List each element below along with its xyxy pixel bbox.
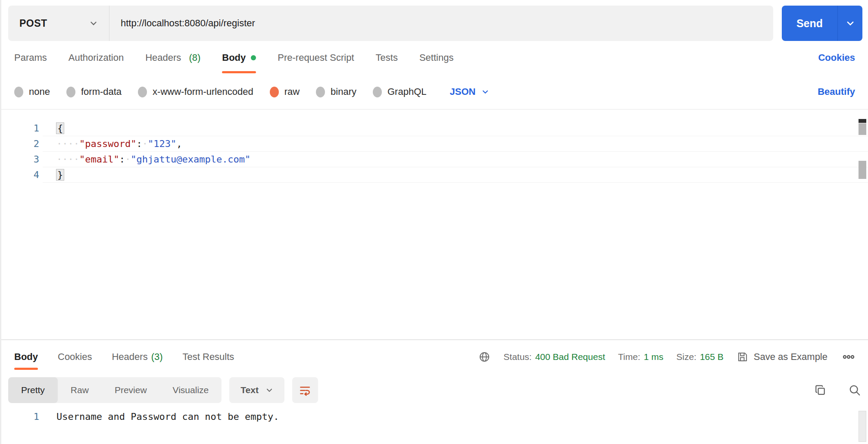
radio-icon — [316, 87, 325, 97]
chevron-down-icon — [89, 19, 98, 28]
status-badge: Status: 400 Bad Request — [503, 352, 605, 362]
tab-label: Headers — [145, 52, 181, 63]
response-pane: Body Cookies Headers(3) Test Results Sta… — [1, 340, 868, 444]
status-value: 400 Bad Request — [535, 352, 605, 362]
code-token: : — [119, 154, 125, 165]
cookies-link[interactable]: Cookies — [818, 52, 855, 63]
copy-icon — [814, 384, 827, 397]
tab-settings[interactable]: Settings — [419, 41, 454, 75]
code-token: "password" — [79, 138, 136, 149]
mode-none[interactable]: none — [14, 86, 50, 97]
view-preview[interactable]: Preview — [102, 377, 160, 403]
radio-icon — [138, 87, 147, 97]
mode-form-data[interactable]: form-data — [66, 86, 122, 97]
mode-label: raw — [284, 86, 300, 97]
save-as-example-label: Save as Example — [754, 351, 827, 363]
time-value: 1 ms — [644, 352, 664, 362]
mode-x-www-form-urlencoded[interactable]: x-www-form-urlencoded — [138, 86, 253, 97]
code-line: 2····"password":·"123", — [1, 136, 868, 152]
status-label: Status: — [503, 352, 531, 362]
tab-authorization[interactable]: Authorization — [69, 41, 124, 75]
wrap-lines-button[interactable] — [292, 377, 318, 403]
code-token: · — [142, 138, 148, 149]
scrollbar-thumb[interactable] — [859, 161, 866, 179]
mode-label: none — [29, 86, 50, 97]
method-select[interactable]: POST — [8, 6, 109, 41]
code-token: · — [125, 154, 131, 165]
send-button[interactable]: Send — [782, 6, 837, 41]
search-icon — [848, 384, 861, 397]
send-label: Send — [796, 17, 823, 30]
mode-raw[interactable]: raw — [270, 86, 300, 97]
code-line: 3····"email":·"ghjattu@example.com" — [1, 152, 868, 167]
url-bar: POST — [8, 6, 773, 41]
search-button[interactable] — [848, 384, 861, 397]
view-visualize[interactable]: Visualize — [160, 377, 222, 403]
language-select[interactable]: JSON — [450, 86, 490, 97]
save-as-example-button[interactable]: Save as Example — [737, 351, 827, 363]
save-icon — [737, 351, 749, 363]
tab-label: Headers — [112, 351, 147, 363]
line-content: } — [43, 167, 868, 183]
headers-count: (3) — [151, 351, 163, 363]
response-scrollbar-thumb[interactable] — [859, 411, 866, 442]
view-pretty[interactable]: Pretty — [8, 377, 58, 403]
url-row: POST Send — [8, 6, 862, 41]
line-number: 2 — [1, 136, 43, 152]
view-mode-segmented-control: Pretty Raw Preview Visualize — [8, 377, 222, 403]
tab-label: Params — [14, 52, 47, 63]
code-token: "ghjattu@example.com" — [131, 154, 250, 165]
network-globe-icon[interactable] — [478, 351, 490, 363]
line-number: 1 — [1, 121, 43, 136]
line-number: 4 — [1, 167, 43, 183]
tab-body[interactable]: Body — [222, 41, 256, 75]
mode-binary[interactable]: binary — [316, 86, 356, 97]
tab-label: Tests — [376, 52, 398, 63]
beautify-link[interactable]: Beautify — [818, 86, 855, 97]
format-select[interactable]: Text — [229, 377, 284, 403]
code-line: 1{ — [1, 121, 868, 136]
url-input[interactable] — [109, 6, 773, 41]
method-label: POST — [19, 18, 47, 29]
headers-count: (8) — [189, 52, 200, 63]
line-number: 3 — [1, 152, 43, 167]
response-body-lines: 1Username and Password can not be empty. — [1, 409, 868, 425]
copy-button[interactable] — [814, 384, 827, 397]
mode-label: x-www-form-urlencoded — [153, 86, 253, 97]
tab-headers[interactable]: Headers(8) — [145, 41, 200, 75]
code-token: : — [136, 138, 142, 149]
scrollbar-thumb[interactable] — [859, 123, 866, 135]
tab-label: Cookies — [58, 351, 92, 363]
time-label: Time: — [618, 352, 640, 362]
tab-params[interactable]: Params — [14, 41, 47, 75]
response-body[interactable]: 1Username and Password can not be empty. — [1, 409, 868, 444]
request-tabs: Params Authorization Headers(8) Body Pre… — [1, 41, 868, 75]
code-token: "123" — [148, 138, 176, 149]
more-options-button[interactable] — [840, 349, 857, 365]
tab-tests[interactable]: Tests — [376, 41, 398, 75]
request-body-editor[interactable]: 1{2····"password":·"123",3····"email":·"… — [1, 109, 868, 340]
send-options-button[interactable] — [838, 6, 862, 41]
mode-graphql[interactable]: GraphQL — [373, 86, 427, 97]
chevron-down-icon — [846, 19, 855, 28]
response-tab-test-results[interactable]: Test Results — [183, 340, 234, 374]
response-tab-cookies[interactable]: Cookies — [58, 340, 92, 374]
active-tab-underline — [14, 368, 38, 370]
mode-label: form-data — [81, 86, 122, 97]
view-raw[interactable]: Raw — [58, 377, 102, 403]
tab-label: Authorization — [69, 52, 124, 63]
mode-label: GraphQL — [387, 86, 427, 97]
response-tab-body[interactable]: Body — [14, 340, 38, 374]
code-line: 4} — [1, 167, 868, 183]
chevron-down-icon — [481, 88, 489, 96]
tab-label: Body — [14, 351, 38, 363]
tab-pre-request-script[interactable]: Pre-request Script — [278, 41, 354, 75]
postman-request-view: POST Send Params Authorization Headers(8… — [0, 0, 868, 444]
mode-label: binary — [331, 86, 356, 97]
response-tab-headers[interactable]: Headers(3) — [112, 340, 162, 374]
editor-scrollbar[interactable] — [858, 109, 867, 339]
response-toolbar: Pretty Raw Preview Visualize Text — [8, 377, 861, 403]
unsaved-changes-dot — [251, 55, 256, 60]
radio-icon — [14, 87, 23, 97]
response-meta-row: Body Cookies Headers(3) Test Results Sta… — [1, 340, 868, 374]
